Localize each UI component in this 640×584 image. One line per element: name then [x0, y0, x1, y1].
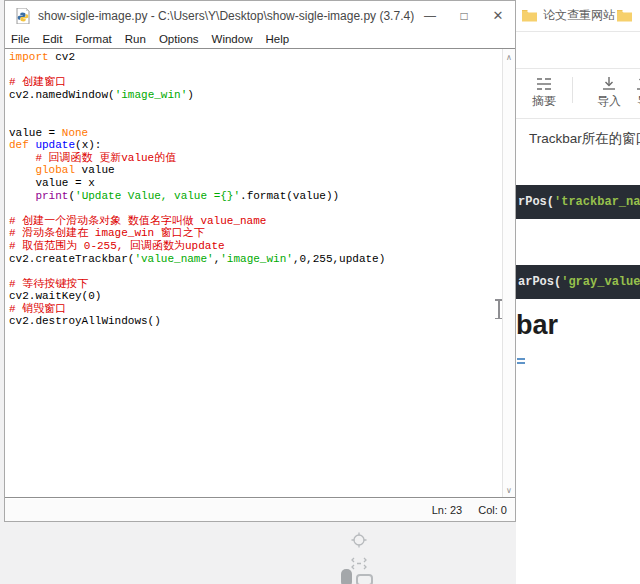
browser-panel: 论文查重网站 摘要 导入 导 Trackbar所在的窗口 rPos('track… [516, 0, 640, 584]
minimize-button[interactable]: — [413, 1, 447, 30]
divider [516, 68, 640, 69]
outline-list-icon [536, 74, 552, 91]
close-button[interactable]: ✕ [481, 1, 515, 30]
code-line: # 回调函数 更新value的值 [9, 152, 502, 165]
snippet-string: 'gray_value' [561, 275, 640, 289]
folder-icon [522, 9, 537, 22]
scroll-up-icon[interactable]: ∧ [503, 51, 515, 63]
toolbar-label: 导入 [597, 93, 621, 110]
code-line [9, 202, 502, 215]
code-snippet-gettrackbarpos: rPos('trackbar_name [516, 185, 640, 219]
toolbar-button-import[interactable]: 导入 [592, 74, 626, 112]
divider [516, 31, 640, 32]
status-bar: Ln: 23 Col: 0 [5, 499, 515, 521]
window-title: show-sigle-image.py - C:\Users\Y\Desktop… [38, 9, 414, 23]
snippet-text: rPos( [518, 195, 554, 209]
code-line [9, 101, 502, 114]
idle-editor-window: show-sigle-image.py - C:\Users\Y\Desktop… [4, 0, 516, 522]
vertical-scrollbar[interactable]: ∧ ∨ [502, 49, 515, 497]
code-line: # 等待按键按下 [9, 278, 502, 291]
window-controls: — □ ✕ [413, 1, 515, 30]
menu-options[interactable]: Options [159, 33, 199, 45]
bookmark-folder-2[interactable] [617, 6, 638, 24]
bookmark-folder-papers[interactable]: 论文查重网站 [522, 6, 615, 24]
toolbar-label: 摘要 [532, 93, 556, 110]
status-line: Ln: 23 [432, 504, 463, 516]
text-cursor-ibeam [493, 299, 504, 319]
title-bar[interactable]: show-sigle-image.py - C:\Users\Y\Desktop… [5, 1, 515, 30]
snippet-text: arPos( [518, 275, 561, 289]
heading-trackbar-partial: bar [516, 310, 558, 341]
code-line: # 创建一个滑动条对象 数值名字叫做 value_name [9, 215, 502, 228]
code-line: cv2.createTrackbar('value_name','image_w… [9, 253, 502, 266]
status-col: Col: 0 [478, 504, 507, 516]
code-line [9, 114, 502, 127]
code-line: cv2.waitKey(0) [9, 290, 502, 303]
maximize-button[interactable]: □ [447, 1, 481, 30]
code-line: # 创建窗口 [9, 76, 502, 89]
python-file-icon [15, 8, 31, 24]
toolbar-button-abstract[interactable]: 摘要 [527, 74, 561, 112]
scroll-down-icon[interactable]: ∨ [503, 484, 515, 496]
upload-icon [636, 74, 640, 91]
snippet-string: 'trackbar_name [554, 195, 640, 209]
code-line: import cv2 [9, 51, 502, 64]
code-area[interactable]: import cv2 # 创建窗口cv2.namedWindow('image_… [5, 49, 502, 497]
code-line: def update(x): [9, 139, 502, 152]
menu-format[interactable]: Format [75, 33, 111, 45]
code-line: # 取值范围为 0-255, 回调函数为update [9, 240, 502, 253]
capture-target-icon[interactable] [351, 532, 367, 552]
menu-file[interactable]: File [11, 33, 30, 45]
folder-icon [617, 9, 632, 22]
bookmark-label: 论文查重网站 [543, 7, 615, 24]
code-line: # 滑动条创建在 image_win 窗口之下 [9, 227, 502, 240]
capture-tool-partial-icon[interactable] [341, 569, 352, 584]
menu-run[interactable]: Run [125, 33, 146, 45]
menu-help[interactable]: Help [265, 33, 289, 45]
bookmarks-bar: 论文查重网站 [516, 0, 640, 30]
menu-bar: File Edit Format Run Options Window Help [5, 30, 515, 48]
code-line: value = x [9, 177, 502, 190]
code-line: # 销毁窗口 [9, 303, 502, 316]
caption-trackbar-window: Trackbar所在的窗口 [529, 130, 640, 148]
toolbar-button-export-partial[interactable]: 导 [626, 74, 640, 112]
code-line [9, 64, 502, 77]
download-icon [602, 74, 616, 91]
divider [516, 118, 640, 119]
code-line: value = None [9, 127, 502, 140]
menu-window[interactable]: Window [212, 33, 253, 45]
capture-move-icon[interactable] [350, 555, 368, 576]
code-snippet-settrackbarpos: arPos('gray_value', [516, 265, 640, 299]
menu-edit[interactable]: Edit [43, 33, 63, 45]
editor-area: import cv2 # 创建窗口cv2.namedWindow('image_… [5, 48, 515, 498]
divider [572, 77, 573, 103]
code-line: print('Update Value, value ={}'.format(v… [9, 190, 502, 203]
partial-link-fragment [517, 356, 525, 368]
code-line: cv2.destroyAllWindows() [9, 315, 502, 328]
code-line: global value [9, 164, 502, 177]
code-line: cv2.namedWindow('image_win') [9, 89, 502, 102]
code-line [9, 265, 502, 278]
capture-frame-partial-icon[interactable] [356, 574, 373, 584]
